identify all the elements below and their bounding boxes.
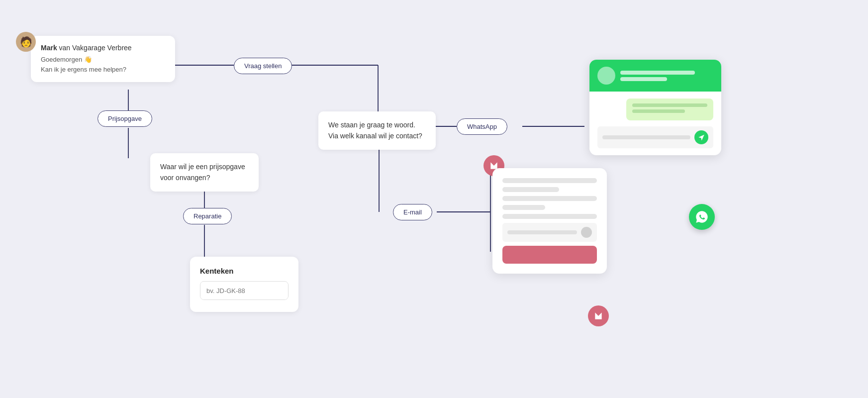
pill-reparatie[interactable]: Reparatie bbox=[183, 208, 232, 224]
whatsapp-header-lines bbox=[620, 71, 713, 81]
kenteken-input-row[interactable] bbox=[200, 281, 289, 300]
email-card-line1 bbox=[502, 178, 597, 183]
email-badge-bottom bbox=[588, 305, 609, 326]
wa-msg-line1 bbox=[632, 103, 707, 107]
email-card bbox=[492, 168, 607, 274]
email-submit-button[interactable] bbox=[502, 246, 597, 264]
email-icon-bottom bbox=[593, 311, 603, 321]
email-field-line bbox=[507, 230, 577, 234]
email-card-line3 bbox=[502, 196, 597, 201]
chat-bubble: 🧑 Mark van Vakgarage Verbree Goedemorgen… bbox=[31, 36, 175, 82]
chat-sender: Mark van Vakgarage Verbree bbox=[41, 44, 165, 52]
whatsapp-avatar bbox=[597, 67, 615, 85]
whatsapp-card bbox=[589, 60, 721, 155]
chat-message: Goedemorgen 👋 Kan ik je ergens mee helpe… bbox=[41, 55, 165, 74]
whatsapp-fab-icon bbox=[695, 210, 709, 224]
whatsapp-card-body bbox=[589, 92, 721, 155]
whatsapp-card-header bbox=[589, 60, 721, 92]
whatsapp-send-button[interactable] bbox=[694, 130, 708, 144]
pill-whatsapp[interactable]: WhatsApp bbox=[457, 118, 507, 135]
pill-email[interactable]: E-mail bbox=[393, 204, 432, 220]
email-card-line5 bbox=[502, 214, 597, 219]
wa-header-line2 bbox=[620, 77, 667, 81]
wa-header-line1 bbox=[620, 71, 695, 75]
email-send-icon bbox=[581, 227, 592, 238]
avatar: 🧑 bbox=[16, 32, 36, 52]
textbox-contact: We staan je graag te woord. Via welk kan… bbox=[318, 111, 436, 150]
kenteken-label: Kenteken bbox=[200, 267, 289, 275]
email-card-line2 bbox=[502, 187, 559, 192]
textbox-prijsopgave: Waar wil je een prijsopgave voor onvange… bbox=[150, 153, 259, 192]
email-card-line4 bbox=[502, 205, 545, 210]
pill-vraag-stellen[interactable]: Vraag stellen bbox=[234, 58, 292, 74]
wa-msg-line2 bbox=[632, 109, 685, 113]
pill-prijsopgave[interactable]: Prijsopgave bbox=[97, 110, 152, 127]
kenteken-input[interactable] bbox=[200, 282, 289, 299]
whatsapp-input-line bbox=[602, 135, 690, 139]
whatsapp-message-bubble bbox=[626, 99, 713, 120]
kenteken-card: Kenteken bbox=[190, 257, 298, 312]
whatsapp-input-row[interactable] bbox=[597, 126, 713, 148]
email-input-row[interactable] bbox=[502, 223, 597, 242]
whatsapp-fab[interactable] bbox=[689, 204, 715, 230]
